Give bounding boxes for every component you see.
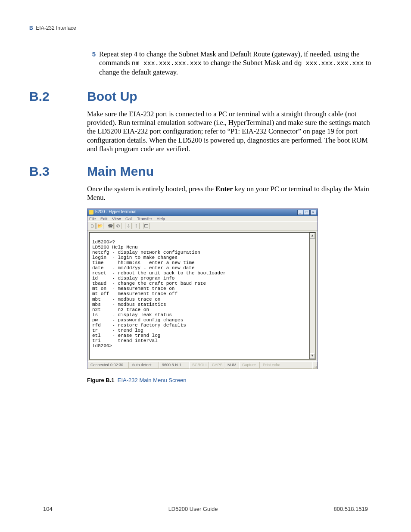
page-header: B EIA-232 Interface xyxy=(29,25,382,31)
minimize-button[interactable]: _ xyxy=(297,210,303,215)
toolbar: 🗋 📂 ☎ ✆ ⇩ ⇧ 🗔 xyxy=(87,221,318,230)
menu-call[interactable]: Call xyxy=(125,216,132,221)
section-title: Main Menu xyxy=(87,164,154,179)
section-title: Boot Up xyxy=(87,89,137,104)
status-baud: 9600 8-N-1 xyxy=(159,362,189,368)
section-b3-paragraph: Once the system is entirely booted, pres… xyxy=(87,185,374,202)
statusbar: Connected 0:02:30 Auto detect 9600 8-N-1… xyxy=(87,361,318,368)
menu-help[interactable]: Help xyxy=(157,216,165,221)
disconnect-icon[interactable]: ✆ xyxy=(115,223,121,229)
code-dg: dg xxx.xxx.xxx.xxx xyxy=(294,60,364,67)
maximize-button[interactable]: □ xyxy=(304,210,310,215)
status-connected: Connected 0:02:30 xyxy=(87,362,129,368)
phone-number: 800.518.1519 xyxy=(333,506,368,512)
page-footer: 104 LD5200 User Guide 800.518.1519 xyxy=(43,506,368,512)
terminal-output[interactable]: ld5200>? LD5200 Help Menu netcfg - displ… xyxy=(89,232,316,360)
properties-icon[interactable]: 🗔 xyxy=(143,223,150,229)
section-number: B.3 xyxy=(29,164,87,179)
receive-icon[interactable]: ⇧ xyxy=(133,223,140,229)
figure-caption: Figure B.1 EIA-232 Main Menu Screen xyxy=(87,377,374,384)
page-number: 104 xyxy=(43,506,53,512)
hyperterminal-window: 5200 - HyperTerminal _ □ × File Edit Vie… xyxy=(87,208,318,369)
resize-grip-icon[interactable] xyxy=(312,362,318,368)
menu-file[interactable]: File xyxy=(89,216,96,221)
status-caps: CAPS xyxy=(209,362,224,368)
scrollbar[interactable]: ▲ ▼ xyxy=(309,233,315,359)
menu-transfer[interactable]: Transfer xyxy=(137,216,152,221)
section-b3-heading: B.3 Main Menu xyxy=(29,164,382,179)
menubar: File Edit View Call Transfer Help xyxy=(87,216,318,222)
appendix-title: EIA-232 Interface xyxy=(36,25,76,31)
menu-view[interactable]: View xyxy=(112,216,121,221)
code-nm: nm xxx.xxx.xxx.xxx xyxy=(132,60,202,67)
titlebar: 5200 - HyperTerminal _ □ × xyxy=(87,209,318,216)
new-doc-icon[interactable]: 🗋 xyxy=(89,223,96,229)
figure-title: EIA-232 Main Menu Screen xyxy=(118,377,187,383)
guide-name: LD5200 User Guide xyxy=(168,506,218,512)
status-scroll: SCROLL xyxy=(189,362,209,368)
open-icon[interactable]: 📂 xyxy=(97,223,103,229)
step-number: 5 xyxy=(87,50,96,77)
status-num: NUM xyxy=(224,362,239,368)
send-icon[interactable]: ⇩ xyxy=(125,223,132,229)
scroll-up-icon[interactable]: ▲ xyxy=(310,233,315,239)
status-capture: Capture xyxy=(239,362,260,368)
appendix-letter: B xyxy=(29,25,33,31)
window-title: 5200 - HyperTerminal xyxy=(95,209,137,215)
connect-icon[interactable]: ☎ xyxy=(107,223,114,229)
section-b2-paragraph: Make sure the EIA-232 port is connected … xyxy=(87,110,374,154)
enter-key: Enter xyxy=(215,185,233,193)
step-text: Repeat step 4 to change the Subnet Mask … xyxy=(99,50,374,77)
section-number: B.2 xyxy=(29,89,87,104)
close-button[interactable]: × xyxy=(310,210,316,215)
scroll-down-icon[interactable]: ▼ xyxy=(310,353,315,359)
figure-label: Figure B.1 xyxy=(87,377,115,383)
step-5: 5 Repeat step 4 to change the Subnet Mas… xyxy=(87,50,374,77)
section-b2-heading: B.2 Boot Up xyxy=(29,89,382,104)
menu-edit[interactable]: Edit xyxy=(100,216,107,221)
status-print-echo: Print echo xyxy=(260,362,312,368)
status-detect: Auto detect xyxy=(129,362,159,368)
app-icon xyxy=(89,210,93,215)
hyperterminal-screenshot: 5200 - HyperTerminal _ □ × File Edit Vie… xyxy=(87,208,374,369)
